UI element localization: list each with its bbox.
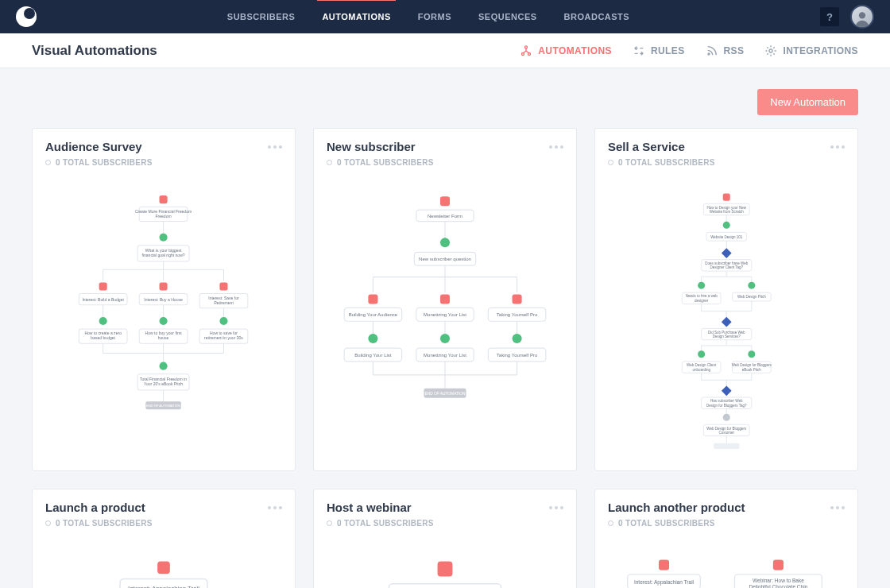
subnav-rss[interactable]: RSS bbox=[706, 44, 745, 57]
nav-forms[interactable]: FORMS bbox=[418, 1, 451, 33]
svg-rect-161 bbox=[389, 584, 501, 588]
automation-grid: Audience Survey 0 TOTAL SUBSCRIBERS Crea… bbox=[0, 128, 890, 588]
automation-card[interactable]: New subscriber 0 TOTAL SUBSCRIBERS Newsl… bbox=[313, 128, 577, 471]
card-title: Launch another product bbox=[608, 501, 745, 514]
nav-automations[interactable]: AUTOMATIONS bbox=[322, 1, 390, 33]
svg-text:Interest: Buy a House: Interest: Buy a House bbox=[145, 297, 184, 302]
svg-text:New subscriber question: New subscriber question bbox=[419, 257, 471, 261]
card-subscribers: 0 TOTAL SUBSCRIBERS bbox=[45, 158, 282, 167]
svg-rect-145 bbox=[722, 385, 732, 396]
svg-point-0 bbox=[859, 12, 865, 18]
svg-rect-106 bbox=[722, 248, 732, 258]
status-dot-icon bbox=[608, 520, 613, 526]
logo-icon[interactable] bbox=[16, 6, 37, 27]
avatar-icon bbox=[853, 10, 871, 27]
svg-rect-26 bbox=[220, 282, 228, 290]
card-header: Launch a product 0 TOTAL SUBSCRIBERS bbox=[33, 489, 295, 537]
nav-broadcasts[interactable]: BROADCASTS bbox=[564, 1, 630, 33]
svg-text:eBook Pitch: eBook Pitch bbox=[742, 368, 762, 372]
rss-icon bbox=[706, 44, 718, 57]
svg-rect-169 bbox=[773, 559, 784, 570]
svg-text:house: house bbox=[158, 335, 169, 340]
svg-rect-23 bbox=[160, 282, 168, 290]
svg-text:END OF AUTOMATION: END OF AUTOMATION bbox=[147, 404, 181, 408]
flowchart-preview: Webinar: How to Bake Delightful Chocolat… bbox=[314, 537, 576, 588]
svg-point-50 bbox=[160, 362, 168, 370]
automation-card[interactable]: Launch a product 0 TOTAL SUBSCRIBERS Int… bbox=[32, 489, 296, 588]
flowchart-preview: How to Design your New Website from Scra… bbox=[595, 176, 857, 470]
card-menu-icon[interactable] bbox=[830, 506, 845, 509]
svg-rect-155 bbox=[714, 443, 739, 449]
flowchart-preview: Interest: Appalachian Trail Webinar: How… bbox=[595, 537, 857, 588]
help-button[interactable]: ? bbox=[820, 7, 839, 26]
card-subscribers: 0 TOTAL SUBSCRIBERS bbox=[45, 519, 282, 528]
card-subscribers: 0 TOTAL SUBSCRIBERS bbox=[327, 519, 563, 528]
new-automation-button[interactable]: New Automation bbox=[757, 89, 858, 115]
status-dot-icon bbox=[327, 160, 332, 165]
card-menu-icon[interactable] bbox=[268, 506, 282, 509]
svg-point-118 bbox=[748, 282, 755, 289]
svg-point-11 bbox=[160, 234, 168, 242]
svg-text:Website from Scratch: Website from Scratch bbox=[710, 210, 744, 214]
svg-rect-20 bbox=[99, 282, 107, 290]
subnav-right: AUTOMATIONS RULES RSS INTEGRATIONS bbox=[520, 44, 858, 57]
status-dot-icon bbox=[45, 160, 51, 165]
card-menu-icon[interactable] bbox=[830, 145, 845, 149]
status-dot-icon bbox=[608, 160, 613, 165]
card-header: Audience Survey 0 TOTAL SUBSCRIBERS bbox=[33, 129, 295, 176]
avatar[interactable] bbox=[850, 5, 874, 29]
svg-rect-6 bbox=[160, 195, 168, 203]
card-title: Host a webinar bbox=[327, 501, 412, 514]
svg-text:Has subscriber Web: Has subscriber Web bbox=[710, 399, 743, 403]
status-dot-icon bbox=[45, 520, 51, 526]
svg-text:Monetizing Your List: Monetizing Your List bbox=[424, 312, 466, 317]
svg-text:Your 20's eBook Pitch: Your 20's eBook Pitch bbox=[144, 381, 183, 386]
automation-card[interactable]: Launch another product 0 TOTAL SUBSCRIBE… bbox=[594, 489, 858, 588]
svg-text:Web Design for Bloggers: Web Design for Bloggers bbox=[706, 427, 747, 431]
nav-subscribers[interactable]: SUBSCRIBERS bbox=[227, 1, 296, 33]
card-title: Launch a product bbox=[45, 501, 145, 514]
flowchart-preview: Newsletter Form New subscriber question … bbox=[314, 176, 576, 470]
svg-text:Retirement: Retirement bbox=[215, 300, 234, 305]
card-subscribers: 0 TOTAL SUBSCRIBERS bbox=[608, 158, 845, 167]
flowchart-preview: Create More Financial Freedom Freedom Wh… bbox=[33, 176, 295, 470]
nav-items: SUBSCRIBERS AUTOMATIONS FORMS SEQUENCES … bbox=[37, 1, 820, 33]
card-subscribers: 0 TOTAL SUBSCRIBERS bbox=[608, 519, 845, 528]
card-menu-icon[interactable] bbox=[268, 145, 282, 149]
card-menu-icon[interactable] bbox=[549, 145, 563, 149]
svg-text:Taking Yourself Pro: Taking Yourself Pro bbox=[497, 353, 538, 358]
status-dot-icon bbox=[327, 520, 332, 526]
svg-text:Newsletter Form: Newsletter Form bbox=[428, 214, 462, 219]
svg-rect-160 bbox=[438, 562, 453, 577]
rules-icon bbox=[633, 44, 645, 57]
svg-point-37 bbox=[160, 317, 168, 325]
svg-point-114 bbox=[698, 282, 705, 289]
svg-point-4 bbox=[707, 52, 709, 54]
card-subscribers: 0 TOTAL SUBSCRIBERS bbox=[327, 158, 563, 167]
svg-text:Design Services?: Design Services? bbox=[712, 335, 741, 338]
svg-point-5 bbox=[769, 49, 772, 52]
card-menu-icon[interactable] bbox=[549, 506, 563, 509]
svg-point-1 bbox=[525, 45, 528, 48]
nav-sequences[interactable]: SEQUENCES bbox=[478, 1, 537, 33]
automation-card[interactable]: Sell a Service 0 TOTAL SUBSCRIBERS How t… bbox=[594, 128, 858, 471]
action-bar: New Automation bbox=[0, 68, 890, 128]
subnav-integrations[interactable]: INTEGRATIONS bbox=[764, 44, 858, 57]
svg-point-102 bbox=[722, 222, 729, 229]
svg-point-150 bbox=[722, 414, 729, 421]
svg-rect-57 bbox=[440, 196, 450, 206]
svg-text:Interest: Build a Budget: Interest: Build a Budget bbox=[83, 297, 125, 302]
automation-card[interactable]: Audience Survey 0 TOTAL SUBSCRIBERS Crea… bbox=[32, 128, 296, 471]
svg-text:Building Your List: Building Your List bbox=[354, 353, 391, 358]
svg-rect-97 bbox=[722, 194, 729, 201]
svg-text:Delightful Chocolate Chip: Delightful Chocolate Chip bbox=[749, 584, 808, 588]
flowchart-preview: Interest: Appalachian Trail bbox=[33, 537, 295, 588]
subnav-rules[interactable]: RULES bbox=[633, 44, 685, 57]
card-title: New subscriber bbox=[327, 140, 416, 153]
subnav-label: RSS bbox=[724, 45, 745, 56]
automations-icon bbox=[520, 44, 532, 57]
svg-text:retirement in your 30s: retirement in your 30s bbox=[204, 335, 243, 340]
subnav-automations[interactable]: AUTOMATIONS bbox=[520, 44, 612, 57]
svg-point-81 bbox=[368, 334, 377, 343]
automation-card[interactable]: Host a webinar 0 TOTAL SUBSCRIBERS Webin… bbox=[313, 489, 577, 588]
